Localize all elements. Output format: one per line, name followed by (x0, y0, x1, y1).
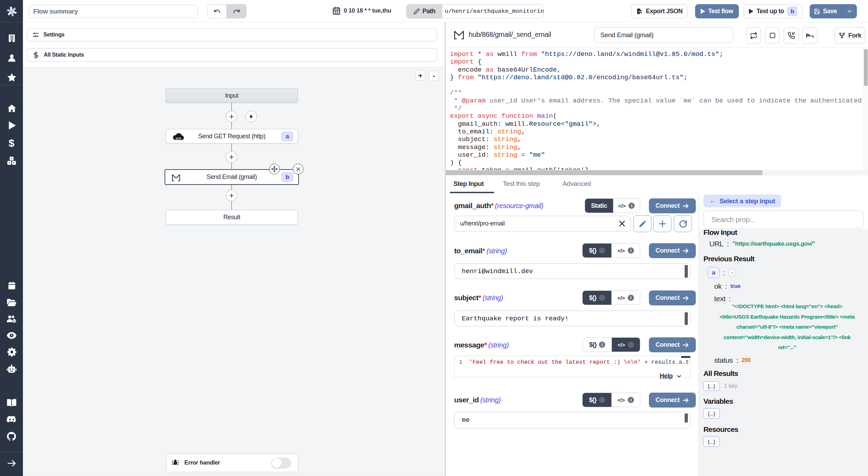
svg-text:HTTP: HTTP (176, 137, 182, 140)
